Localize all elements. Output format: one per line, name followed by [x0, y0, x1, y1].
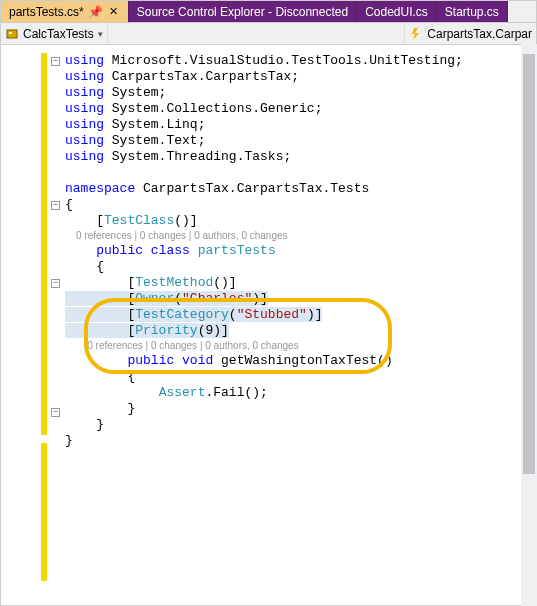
tab-codedui[interactable]: CodedUI.cs [357, 1, 437, 22]
tab-partstests[interactable]: partsTests.cs* 📌 ✕ [1, 1, 129, 22]
member-dropdown[interactable]: CarpartsTax.Carpar [404, 23, 536, 44]
keyword: using [65, 101, 104, 116]
outline-toggle[interactable] [51, 279, 60, 288]
tab-label: Source Control Explorer - Disconnected [137, 5, 348, 19]
code-text: { [65, 259, 104, 274]
pin-icon[interactable]: 📌 [88, 5, 103, 19]
code-text: getWashingtonTaxTest() [213, 353, 392, 368]
codelens[interactable]: 0 references | 0 changes | 0 authors, 0 … [65, 229, 536, 243]
class-dropdown[interactable]: CalcTaxTests ▾ [1, 23, 108, 44]
chevron-down-icon: ▾ [98, 29, 103, 39]
tab-label: partsTests.cs* [9, 5, 84, 19]
code-text: [ [65, 291, 135, 306]
code-text [190, 243, 198, 258]
keyword: using [65, 117, 104, 132]
keyword: using [65, 69, 104, 84]
tab-startup[interactable]: Startup.cs [437, 1, 508, 22]
class-dropdown-label: CalcTaxTests [23, 27, 94, 41]
type-name: TestCategory [135, 307, 229, 322]
code-text: CarpartsTax.CarpartsTax.Tests [135, 181, 369, 196]
keyword: namespace [65, 181, 135, 196]
code-text: CarpartsTax.CarpartsTax; [104, 69, 299, 84]
tab-label: CodedUI.cs [365, 5, 428, 19]
code-text: [ [65, 213, 104, 228]
string-literal: "Stubbed" [237, 307, 307, 322]
keyword: public [96, 243, 143, 258]
type-name: partsTests [198, 243, 276, 258]
code-text [143, 243, 151, 258]
code-text: ()] [174, 213, 197, 228]
svg-marker-2 [412, 28, 419, 40]
code-text: System.Threading.Tasks; [104, 149, 291, 164]
code-text: System; [104, 85, 166, 100]
code-text: )] [252, 291, 268, 306]
code-text: .Fail(); [205, 385, 267, 400]
keyword: void [182, 353, 213, 368]
code-text: System.Collections.Generic; [104, 101, 322, 116]
keyword: using [65, 85, 104, 100]
code-text: { [65, 197, 73, 212]
outline-toggle[interactable] [51, 408, 60, 417]
code-content[interactable]: using Microsoft.VisualStudio.TestTools.U… [65, 45, 536, 457]
lightning-icon [409, 27, 423, 41]
code-text: (9)] [198, 323, 229, 338]
code-text [174, 353, 182, 368]
codelens[interactable]: 0 references | 0 changes | 0 authors, 0 … [65, 339, 536, 353]
code-text: } [65, 401, 135, 416]
code-text: System.Text; [104, 133, 205, 148]
keyword: public [127, 353, 174, 368]
string-literal: "Charles" [182, 291, 252, 306]
code-text: } [65, 417, 104, 432]
code-text [65, 385, 159, 400]
outline-toggle[interactable] [51, 201, 60, 210]
change-indicator [41, 53, 47, 435]
code-text [65, 353, 127, 368]
code-text: ( [229, 307, 237, 322]
code-text: )] [307, 307, 323, 322]
code-text: } [65, 433, 73, 448]
code-text [65, 243, 96, 258]
tab-source-control[interactable]: Source Control Explorer - Disconnected [129, 1, 357, 22]
code-text: Microsoft.VisualStudio.TestTools.UnitTes… [104, 53, 463, 68]
type-name: Owner [135, 291, 174, 306]
keyword: using [65, 133, 104, 148]
type-name: TestClass [104, 213, 174, 228]
type-name: TestMethod [135, 275, 213, 290]
outline-toggle[interactable] [51, 57, 60, 66]
change-indicator [41, 443, 47, 581]
code-editor[interactable]: using Microsoft.VisualStudio.TestTools.U… [1, 45, 536, 606]
svg-rect-1 [9, 32, 12, 34]
editor-gutter [1, 45, 53, 606]
type-name: Assert [159, 385, 206, 400]
code-text: [ [65, 323, 135, 338]
keyword: class [151, 243, 190, 258]
code-text: [ [65, 275, 135, 290]
keyword: using [65, 53, 104, 68]
code-text: { [65, 369, 135, 384]
type-name: Priority [135, 323, 197, 338]
keyword: using [65, 149, 104, 164]
scrollbar-thumb[interactable] [523, 54, 535, 474]
tab-label: Startup.cs [445, 5, 499, 19]
code-text: ( [174, 291, 182, 306]
code-text: System.Linq; [104, 117, 205, 132]
navigation-bar: CalcTaxTests ▾ CarpartsTax.Carpar [1, 23, 536, 45]
document-tab-bar: partsTests.cs* 📌 ✕ Source Control Explor… [1, 1, 536, 23]
vertical-scrollbar[interactable] [521, 44, 537, 606]
code-text: ()] [213, 275, 236, 290]
class-icon [5, 27, 19, 41]
code-text: [ [65, 307, 135, 322]
close-icon[interactable]: ✕ [107, 5, 120, 18]
member-dropdown-label: CarpartsTax.Carpar [427, 27, 532, 41]
